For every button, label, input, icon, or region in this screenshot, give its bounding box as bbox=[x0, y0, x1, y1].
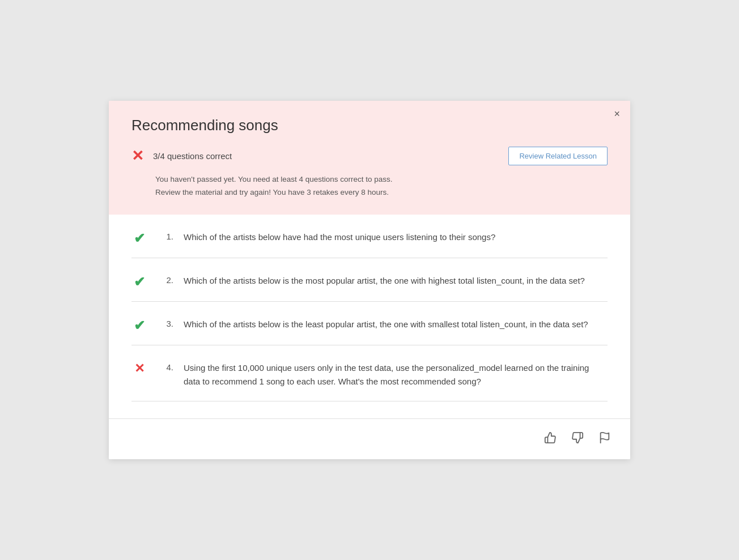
score-left: ✕ 3/4 questions correct bbox=[131, 148, 232, 163]
fail-message-line2: Review the material and try again! You h… bbox=[155, 186, 608, 199]
thumbs-down-button[interactable] bbox=[569, 429, 586, 449]
quiz-title: Recommending songs bbox=[131, 117, 608, 134]
question-item: ✔ 3. Which of the artists below is the l… bbox=[131, 302, 608, 345]
question-2-number: 2. bbox=[158, 275, 173, 285]
question-item: ✕ 4. Using the first 10,000 unique users… bbox=[131, 345, 608, 401]
fail-message: You haven't passed yet. You need at leas… bbox=[155, 173, 608, 199]
question-4-status-icon: ✕ bbox=[131, 362, 147, 375]
thumbs-up-icon bbox=[544, 431, 557, 444]
question-2-status-icon: ✔ bbox=[131, 275, 147, 289]
question-4-text: Using the first 10,000 unique users only… bbox=[184, 361, 608, 388]
question-item: ✔ 1. Which of the artists below have had… bbox=[131, 215, 608, 258]
question-3-number: 3. bbox=[158, 319, 173, 328]
question-1-status-icon: ✔ bbox=[131, 232, 147, 245]
thumbs-up-button[interactable] bbox=[542, 429, 559, 449]
question-1-text: Which of the artists below have had the … bbox=[184, 230, 495, 244]
question-4-number: 4. bbox=[158, 362, 173, 372]
question-3-status-icon: ✔ bbox=[131, 319, 147, 332]
question-item: ✔ 2. Which of the artists below is the m… bbox=[131, 258, 608, 302]
flag-button[interactable] bbox=[596, 429, 613, 449]
quiz-modal: × Recommending songs ✕ 3/4 questions cor… bbox=[109, 101, 630, 460]
review-related-lesson-button[interactable]: Review Related Lesson bbox=[508, 147, 608, 165]
question-1-number: 1. bbox=[158, 232, 173, 241]
header-section: Recommending songs ✕ 3/4 questions corre… bbox=[109, 101, 630, 215]
score-text: 3/4 questions correct bbox=[153, 151, 232, 161]
close-button[interactable]: × bbox=[614, 109, 620, 119]
thumbs-down-icon bbox=[571, 431, 584, 444]
question-2-text: Which of the artists below is the most p… bbox=[184, 274, 585, 288]
flag-icon bbox=[598, 431, 611, 444]
fail-message-line1: You haven't passed yet. You need at leas… bbox=[155, 173, 608, 186]
fail-icon: ✕ bbox=[131, 148, 144, 163]
footer-section bbox=[109, 418, 630, 459]
question-3-text: Which of the artists below is the least … bbox=[184, 318, 588, 331]
questions-section: ✔ 1. Which of the artists below have had… bbox=[109, 215, 630, 418]
score-row: ✕ 3/4 questions correct Review Related L… bbox=[131, 147, 608, 165]
